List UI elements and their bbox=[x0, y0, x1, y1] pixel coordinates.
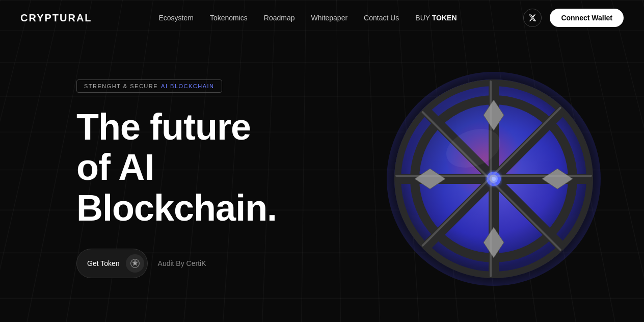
nav-roadmap[interactable]: Roadmap bbox=[264, 14, 295, 22]
hero-actions: Get Token Audit By CertiK bbox=[76, 249, 277, 278]
hero-title-line3: Blockchain. bbox=[76, 187, 277, 228]
svg-rect-21 bbox=[490, 81, 492, 277]
badge-white-text: STRENGHT & SECURE bbox=[84, 83, 158, 89]
audit-label: Audit By CertiK bbox=[158, 259, 206, 267]
token-icon bbox=[130, 258, 140, 269]
nav-links: Ecosystem Tokenomics Roadmap Whitepaper … bbox=[158, 14, 457, 22]
hero-sphere bbox=[384, 69, 603, 288]
x-icon bbox=[528, 14, 536, 22]
hero-title-line2: of AI bbox=[76, 147, 154, 187]
logo: CRYPTURAL bbox=[20, 12, 92, 24]
nav-tokenomics[interactable]: Tokenomics bbox=[210, 14, 248, 22]
nav-right: Connect Wallet bbox=[523, 9, 624, 27]
svg-rect-22 bbox=[395, 175, 592, 177]
nav-buy[interactable]: BUY TOKEN bbox=[415, 14, 457, 22]
token-icon-circle bbox=[126, 254, 144, 273]
hero-title-line1: The future bbox=[76, 106, 251, 147]
navbar: CRYPTURAL Ecosystem Tokenomics Roadmap W… bbox=[0, 0, 644, 36]
hero-badge: STRENGHT & SECURE AI BLOCKCHAIN bbox=[76, 79, 222, 93]
buy-token: TOKEN bbox=[432, 14, 457, 22]
buy-prefix: BUY bbox=[415, 14, 432, 22]
twitter-x-button[interactable] bbox=[523, 9, 542, 27]
nav-contact[interactable]: Contact Us bbox=[364, 14, 399, 22]
get-token-label: Get Token bbox=[87, 259, 120, 267]
hero-title: The future of AI Blockchain. bbox=[76, 107, 277, 228]
sphere-illustration bbox=[384, 69, 603, 288]
get-token-button[interactable]: Get Token bbox=[76, 249, 148, 278]
nav-whitepaper[interactable]: Whitepaper bbox=[311, 14, 348, 22]
sphere-frame bbox=[395, 81, 592, 277]
nav-ecosystem[interactable]: Ecosystem bbox=[158, 14, 193, 22]
svg-point-18 bbox=[492, 177, 496, 181]
connect-wallet-button[interactable]: Connect Wallet bbox=[550, 9, 624, 27]
hero-text: STRENGHT & SECURE AI BLOCKCHAIN The futu… bbox=[76, 79, 277, 278]
hero-section: STRENGHT & SECURE AI BLOCKCHAIN The futu… bbox=[0, 36, 644, 322]
badge-blue-text: AI BLOCKCHAIN bbox=[161, 83, 214, 89]
